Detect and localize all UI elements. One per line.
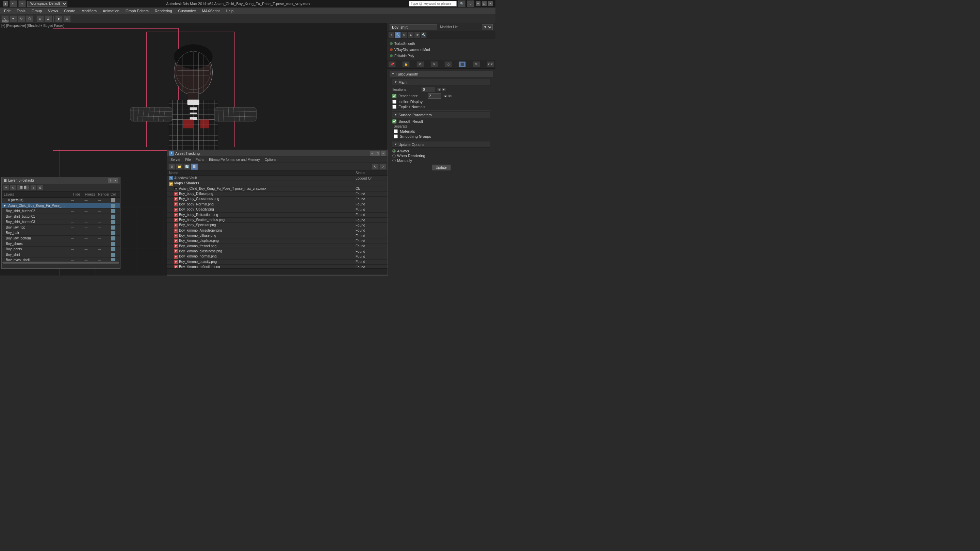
collapse-all-icon[interactable]: ▼▼ (487, 61, 494, 67)
menu-graph-editors[interactable]: Graph Editors (123, 8, 151, 14)
col-name[interactable]: Name (167, 170, 353, 176)
render-iters-up[interactable]: ▲ (443, 95, 447, 97)
workspace-selector[interactable]: Workspace: Default (27, 1, 67, 7)
make-unique-icon[interactable]: ◇ (444, 61, 452, 67)
asset-maximize-btn[interactable]: □ (375, 151, 380, 156)
pin-stack-icon[interactable]: 📌 (388, 61, 396, 67)
always-radio[interactable] (392, 149, 396, 153)
menu-customize[interactable]: Customize (176, 8, 199, 14)
table-row[interactable]: PBoy_kimono_Anisotropy.png Found (167, 228, 388, 233)
modifier-item-editpoly[interactable]: Editable Poly (388, 53, 494, 59)
show-end-result-icon[interactable]: ⬛ (458, 61, 466, 67)
layer-row[interactable]: Boy_shirt_button02 — — — (2, 208, 120, 214)
table-row[interactable]: MAsian_Child_Boy_Kung_Fu_Pose_T-pose_max… (167, 186, 388, 191)
asset-tb-btn4[interactable]: ☰ (191, 164, 198, 170)
layers-close-btn[interactable]: × (113, 178, 118, 183)
layer-row[interactable]: Boy_shoes — — — (2, 241, 120, 246)
table-row[interactable]: PBoy_body_Refraction.png Found (167, 212, 388, 218)
when-rendering-radio[interactable] (392, 154, 396, 157)
table-row[interactable]: PBoy_body_Opacity.png Found (167, 207, 388, 212)
delete-layer-btn[interactable]: ✕ (10, 185, 16, 191)
iterations-down[interactable]: ▼ (442, 88, 446, 91)
menu-help[interactable]: Help (223, 8, 237, 14)
search-input[interactable] (409, 1, 457, 6)
object-name-input[interactable] (390, 24, 437, 30)
turbosmooth-header[interactable]: ▼ TurboSmooth (390, 71, 493, 77)
asset-menu-paths[interactable]: Paths (194, 157, 207, 162)
motion-panel-icon[interactable]: ▶ (408, 32, 414, 38)
menu-maxscript[interactable]: MAXScript (199, 8, 223, 14)
menu-create[interactable]: Create (61, 8, 78, 14)
maximize-btn[interactable]: □ (482, 2, 487, 6)
table-row[interactable]: PBoy_kimono_opacity.png Found (167, 259, 388, 264)
help-btn[interactable]: ? (467, 0, 474, 7)
modifier-item-vray[interactable]: VRayDisplacementMod (388, 47, 494, 53)
layer-row[interactable]: Boy_shirt_button03 — — — (2, 219, 120, 225)
table-row[interactable]: PBoy_kimono_glossiness.png Found (167, 249, 388, 254)
remove-modifier-icon[interactable]: ✕ (430, 61, 438, 67)
smooth-result-checkbox[interactable] (392, 119, 396, 124)
modifier-list-dropdown[interactable]: ▼ (482, 24, 493, 30)
update-options-header[interactable]: ▼ Update Options (392, 141, 490, 148)
table-row[interactable]: PBoy_body_Glossiness.png Found (167, 197, 388, 202)
render-setup-btn[interactable]: ⚙ (63, 15, 71, 22)
asset-menu-bitmap[interactable]: Bitmap Performance and Memory (207, 157, 262, 162)
show-in-viewport-icon[interactable]: 👁 (473, 61, 480, 67)
menu-modifiers[interactable]: Modifiers (79, 8, 99, 14)
move-selection-btn[interactable]: ↕ (30, 185, 37, 191)
table-row[interactable]: PBoy_body_Specular.png Found (167, 223, 388, 228)
minimize-btn[interactable]: − (476, 2, 480, 6)
menu-tools[interactable]: Tools (14, 8, 28, 14)
layer-row[interactable]: Boy_shirt_button01 — — — (2, 214, 120, 219)
create-layer-btn[interactable]: + (3, 185, 9, 191)
undo-btn[interactable]: ↩ (10, 0, 17, 7)
col-status[interactable]: Status (353, 170, 388, 176)
layers-scrollbar[interactable] (2, 261, 120, 264)
smoothing-groups-checkbox[interactable] (394, 134, 398, 138)
render-iters-checkbox[interactable] (392, 94, 396, 98)
add-selection-btn[interactable]: →☰ (17, 185, 23, 191)
explicit-normals-checkbox[interactable] (392, 105, 396, 109)
asset-tb-btn3[interactable]: 🔄 (183, 164, 190, 170)
asset-tb-btn2[interactable]: 📁 (176, 164, 183, 170)
menu-animation[interactable]: Animation (100, 8, 122, 14)
menu-group[interactable]: Group (29, 8, 45, 14)
asset-menu-file[interactable]: File (183, 157, 192, 162)
asset-tb-refresh[interactable]: ↻ (372, 164, 379, 170)
close-btn[interactable]: × (488, 2, 493, 6)
hierarchy-panel-icon[interactable]: ⚙ (401, 32, 407, 38)
layers-list[interactable]: ☰ 0 (default) — — — ▼ Asian_Child_Boy_Ku… (2, 198, 120, 261)
table-row[interactable]: PBoy_body_Normal.png Found (167, 202, 388, 207)
modifier-item-turbosmooth[interactable]: TurboSmooth (388, 40, 494, 47)
menu-rendering[interactable]: Rendering (152, 8, 175, 14)
isoline-checkbox[interactable] (392, 100, 396, 104)
asset-close-btn[interactable]: × (381, 151, 385, 156)
surface-params-header[interactable]: ▼ Surface Parameters (392, 112, 490, 118)
angle-snap-btn[interactable]: ∠ (45, 15, 52, 22)
render-iters-down[interactable]: ▼ (448, 95, 452, 97)
table-row[interactable]: PBoy_body_Diffuse.png Found (167, 192, 388, 197)
layer-settings-btn[interactable]: ⚙ (37, 185, 43, 191)
layers-hscroll-thumb[interactable] (2, 262, 119, 264)
layer-row[interactable]: Boy_pants — — — (2, 246, 120, 252)
asset-tb-btn1[interactable]: ⚙ (169, 164, 175, 170)
layer-row[interactable]: Boy_eyes_shell — — — (2, 257, 120, 261)
table-row[interactable]: PBoy_body_Scatter_radius.png Found (167, 218, 388, 222)
snap-btn[interactable]: ⊞ (37, 15, 44, 22)
asset-minimize-btn[interactable]: − (370, 151, 375, 156)
iterations-input[interactable] (422, 87, 435, 92)
update-btn[interactable]: Update (432, 165, 450, 170)
asset-menu-server[interactable]: Server (169, 157, 182, 162)
menu-views[interactable]: Views (45, 8, 60, 14)
scale-btn[interactable]: ⬡ (26, 15, 33, 22)
iterations-up[interactable]: ▲ (437, 88, 441, 91)
render-iters-input[interactable] (428, 93, 441, 98)
table-row[interactable]: PBoy_kimono_normal.png Found (167, 254, 388, 259)
search-icon-btn[interactable]: 🔍 (458, 0, 466, 7)
layer-row[interactable]: Boy_hair — — — (2, 230, 120, 236)
table-row[interactable]: 📁Maps / Shaders (167, 181, 388, 186)
layer-row[interactable]: Boy_jaw_bottom — — — (2, 236, 120, 241)
redo-btn[interactable]: ↪ (18, 0, 26, 7)
asset-menu-options[interactable]: Options (263, 157, 278, 162)
layer-row-active[interactable]: ▼ Asian_Child_Boy_Kung_Fu_Pose_T-pose — … (2, 203, 120, 208)
